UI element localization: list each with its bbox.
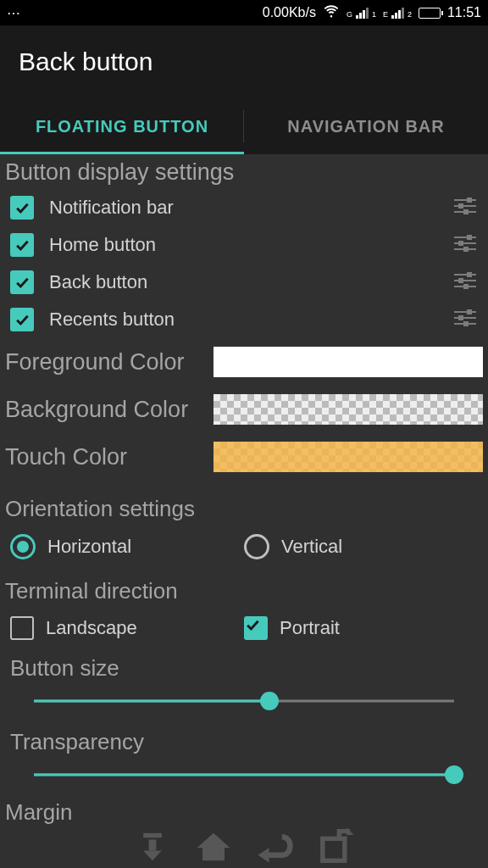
sliders-icon[interactable] [452, 270, 478, 294]
slider-transparency-group: Transparency [0, 722, 488, 796]
label-button-size: Button size [5, 650, 483, 685]
app-header: Back button [0, 25, 488, 98]
checkbox-landscape[interactable] [10, 616, 34, 640]
heading-orientation: Orientation settings [0, 481, 488, 526]
label-back-button: Back button [49, 271, 452, 293]
heading-terminal-direction: Terminal direction [0, 568, 488, 608]
battery-icon [419, 8, 441, 19]
more-dots-icon: ⋯ [7, 5, 20, 21]
label-foreground-color: Foreground Color [5, 349, 214, 376]
label-notification-bar: Notification bar [49, 197, 452, 219]
row-recents-button[interactable]: Recents button [0, 301, 488, 338]
terminal-checks: Landscape Portrait [0, 608, 488, 648]
label-transparency: Transparency [5, 724, 483, 759]
row-notification-bar[interactable]: Notification bar [0, 189, 488, 226]
row-touch-color[interactable]: Touch Color [0, 433, 488, 481]
svg-rect-16 [459, 279, 463, 282]
status-bar: ⋯ 0.00Kb/s G 1 E 2 11:51 [0, 0, 488, 25]
slider-thumb-icon[interactable] [260, 692, 279, 710]
swatch-touch[interactable] [214, 442, 483, 472]
svg-rect-11 [464, 248, 468, 251]
radio-vertical-row[interactable]: Vertical [244, 534, 478, 559]
orientation-radios: Horizontal Vertical [0, 526, 488, 568]
row-home-button[interactable]: Home button [0, 226, 488, 264]
signal-bars-icon [391, 7, 404, 19]
pull-down-icon[interactable] [130, 827, 175, 868]
heading-button-display: Button display settings [0, 154, 488, 189]
page-title: Back button [19, 47, 152, 76]
label-background-color: Background Color [5, 397, 214, 423]
svg-marker-27 [197, 833, 230, 861]
back-icon[interactable] [252, 827, 297, 868]
checkbox-notification-bar[interactable] [10, 196, 34, 220]
svg-marker-26 [143, 850, 162, 860]
status-left: ⋯ [7, 5, 20, 21]
checkbox-home-button[interactable] [10, 233, 34, 257]
signal-2: E 2 [383, 7, 412, 19]
wifi-icon [323, 3, 340, 23]
slider-thumb-icon[interactable] [445, 765, 463, 784]
svg-rect-9 [468, 236, 471, 239]
sliders-icon[interactable] [452, 308, 478, 331]
slider-button-size[interactable] [34, 688, 454, 714]
recents-icon[interactable] [313, 827, 358, 868]
svg-rect-22 [459, 316, 463, 320]
signal-1: G 1 [347, 7, 376, 19]
svg-rect-17 [464, 285, 468, 288]
label-home-button: Home button [49, 234, 452, 256]
label-touch-color: Touch Color [5, 444, 214, 470]
label-recents-button: Recents button [49, 309, 452, 331]
floating-navbar[interactable] [130, 827, 358, 868]
svg-rect-23 [464, 322, 468, 326]
svg-rect-24 [143, 833, 162, 837]
svg-rect-15 [468, 273, 471, 276]
label-margin: Margin [0, 796, 488, 829]
radio-vertical[interactable] [244, 534, 269, 559]
svg-rect-25 [149, 839, 157, 850]
row-foreground-color[interactable]: Foreground Color [0, 338, 488, 386]
svg-marker-28 [258, 848, 269, 862]
swatch-foreground[interactable] [214, 347, 483, 377]
sliders-icon[interactable] [452, 196, 478, 220]
tabs: FLOATING BUTTON NAVIGATION BAR [0, 98, 488, 154]
svg-rect-4 [459, 204, 463, 208]
status-right: 0.00Kb/s G 1 E 2 11:51 [263, 3, 481, 23]
checkbox-back-button[interactable] [10, 270, 34, 294]
checkbox-recents-button[interactable] [10, 308, 34, 331]
home-icon[interactable] [191, 827, 236, 868]
checkbox-portrait[interactable] [244, 616, 268, 640]
sliders-icon[interactable] [452, 233, 478, 257]
row-background-color[interactable]: Background Color [0, 386, 488, 433]
svg-rect-21 [468, 310, 471, 314]
row-back-button[interactable]: Back button [0, 264, 488, 301]
tab-navigation-bar[interactable]: NAVIGATION BAR [244, 98, 488, 154]
slider-transparency[interactable] [34, 762, 454, 787]
tab-floating-button[interactable]: FLOATING BUTTON [0, 98, 244, 154]
svg-rect-5 [464, 210, 468, 214]
clock: 11:51 [447, 5, 481, 20]
check-portrait-row[interactable]: Portrait [244, 616, 478, 640]
svg-rect-10 [459, 242, 463, 245]
net-speed: 0.00Kb/s [263, 5, 316, 20]
svg-rect-3 [468, 198, 471, 202]
radio-horizontal[interactable] [10, 534, 36, 559]
svg-rect-29 [323, 838, 345, 860]
swatch-background[interactable] [214, 394, 483, 425]
signal-bars-icon [356, 7, 369, 19]
check-landscape-row[interactable]: Landscape [10, 616, 244, 640]
slider-button-size-group: Button size [0, 648, 488, 722]
radio-horizontal-row[interactable]: Horizontal [10, 534, 244, 559]
scroll-content[interactable]: Button display settings Notification bar… [0, 154, 488, 868]
